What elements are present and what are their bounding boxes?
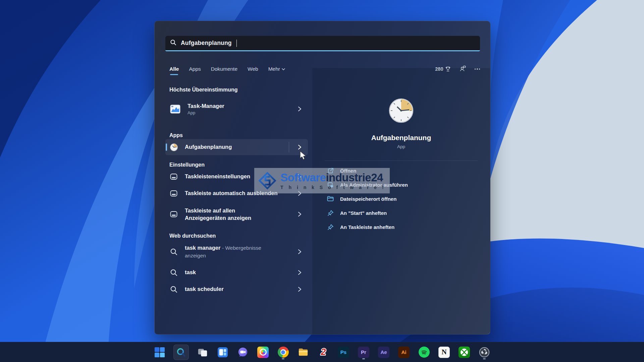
result-taskleisteneinstellungen[interactable]: Taskleisteneinstellungen xyxy=(165,169,308,185)
chevron-right-icon[interactable] xyxy=(294,144,305,150)
folder-icon xyxy=(327,195,334,202)
result-title: Aufgabenplanung xyxy=(185,143,288,150)
app-2-icon: 2 xyxy=(321,347,326,357)
section-heading-web: Web durchsuchen xyxy=(165,233,308,239)
open-icon xyxy=(327,167,334,174)
after-effects-button[interactable]: Ae xyxy=(377,345,390,360)
result-taskleiste-anzeigegeraete[interactable]: Taskleiste auf allen Anzeigegeräten anze… xyxy=(165,202,308,226)
chevron-right-icon[interactable] xyxy=(294,191,305,196)
action-open[interactable]: Öffnen xyxy=(327,164,490,178)
task-scheduler-clock-icon-large xyxy=(388,98,414,125)
result-title: Taskleisteneinstellungen xyxy=(185,173,288,180)
preview-app-type: App xyxy=(397,144,405,149)
result-taskleiste-ausblenden[interactable]: Taskleiste automatisch ausblenden xyxy=(165,185,308,201)
result-aufgabenplanung[interactable]: Aufgabenplanung xyxy=(165,139,308,155)
action-label: An "Start" anheften xyxy=(340,210,387,216)
section-heading-settings: Einstellungen xyxy=(165,162,308,168)
taskbar-settings-icon xyxy=(169,172,178,181)
chevron-right-icon[interactable] xyxy=(294,270,305,275)
chevron-right-icon[interactable] xyxy=(294,174,305,179)
results-list: Höchste Übereinstimmung Task-Manager App… xyxy=(165,81,308,297)
result-title: task scheduler xyxy=(185,286,288,293)
action-pin-to-taskbar[interactable]: An Taskleiste anheften xyxy=(327,220,490,234)
spotify-icon xyxy=(419,347,430,358)
result-title: Taskleiste automatisch ausblenden xyxy=(185,190,288,197)
file-explorer-icon xyxy=(298,347,309,358)
row-divider xyxy=(289,142,289,153)
start-button[interactable] xyxy=(153,345,166,360)
premiere-pro-icon: Pr xyxy=(358,347,369,358)
app-2-button[interactable]: 2 xyxy=(317,345,330,360)
taskbar: 2 Ps Pr Ae Ai N xyxy=(0,342,644,362)
preview-app-title: Aufgabenplanung xyxy=(371,134,431,142)
search-input[interactable]: Aufgabenplanung xyxy=(165,36,480,51)
search-icon xyxy=(170,39,176,47)
photoshop-button[interactable]: Ps xyxy=(337,345,350,360)
action-label: An Taskleiste anheften xyxy=(340,224,394,230)
running-indicator xyxy=(282,358,284,359)
task-manager-icon xyxy=(169,103,181,115)
illustrator-button[interactable]: Ai xyxy=(397,345,410,360)
search-icon xyxy=(169,247,178,256)
search-value: Aufgabenplanung xyxy=(181,40,232,47)
action-label: Als Administrator ausführen xyxy=(340,182,408,188)
premiere-pro-button[interactable]: Pr xyxy=(357,345,370,360)
chevron-right-icon[interactable] xyxy=(294,287,305,292)
result-title: task manager - Webergebnisse anzeigen xyxy=(185,244,275,259)
tab-dokumente[interactable]: Dokumente xyxy=(211,66,237,72)
result-title: Task-Manager xyxy=(187,103,288,110)
action-open-file-location[interactable]: Dateispeicherort öffnen xyxy=(327,192,490,206)
action-run-as-admin[interactable]: Als Administrator ausführen xyxy=(327,178,490,192)
section-heading-best-match: Höchste Übereinstimmung xyxy=(165,87,308,93)
action-pin-to-start[interactable]: An "Start" anheften xyxy=(327,206,490,220)
search-flyout-panel: Aufgabenplanung Alle Apps Dokumente Web … xyxy=(154,21,490,335)
taskbar-settings-icon xyxy=(169,210,178,219)
tab-alle[interactable]: Alle xyxy=(169,66,179,72)
xbox-button[interactable] xyxy=(458,345,471,360)
result-title: Taskleiste auf allen Anzeigegeräten anze… xyxy=(185,207,275,222)
after-effects-icon: Ae xyxy=(378,347,389,358)
running-indicator xyxy=(483,358,486,359)
result-web-task[interactable]: task xyxy=(165,264,308,281)
tab-mehr[interactable]: Mehr xyxy=(268,66,285,72)
search-icon xyxy=(176,347,186,357)
task-view-button[interactable] xyxy=(196,345,209,360)
tab-apps[interactable]: Apps xyxy=(189,66,201,72)
notion-button[interactable]: N xyxy=(438,345,450,360)
task-view-icon xyxy=(197,347,208,358)
search-icon xyxy=(169,268,178,277)
video-chat-icon xyxy=(237,347,248,358)
chevron-right-icon[interactable] xyxy=(294,249,305,254)
chevron-down-icon xyxy=(282,68,285,70)
result-task-manager[interactable]: Task-Manager App xyxy=(165,100,308,118)
text-caret xyxy=(236,40,237,47)
chrome-icon xyxy=(278,347,289,358)
file-explorer-button[interactable] xyxy=(297,345,310,360)
spotify-button[interactable] xyxy=(418,345,430,360)
running-indicator xyxy=(362,358,365,359)
chat-button[interactable] xyxy=(236,345,249,360)
chevron-right-icon[interactable] xyxy=(294,106,305,112)
tab-web[interactable]: Web xyxy=(248,66,258,72)
chevron-right-icon[interactable] xyxy=(294,212,305,217)
result-web-task-manager[interactable]: task manager - Webergebnisse anzeigen xyxy=(165,240,308,264)
preview-actions: Öffnen Als Administrator ausführen Datei… xyxy=(312,161,490,234)
pin-icon xyxy=(327,209,334,216)
illustrator-icon: Ai xyxy=(398,347,410,358)
creative-cloud-icon xyxy=(257,347,269,358)
result-subtitle: App xyxy=(187,110,288,115)
pin-icon xyxy=(327,224,334,230)
obs-studio-button[interactable] xyxy=(478,345,491,360)
photoshop-icon: Ps xyxy=(338,347,349,358)
taskbar-settings-icon xyxy=(169,189,178,198)
taskbar-search-button[interactable] xyxy=(173,345,189,360)
chrome-button[interactable] xyxy=(277,345,289,360)
result-title: task xyxy=(185,269,288,276)
widgets-icon xyxy=(217,347,228,358)
action-label: Dateispeicherort öffnen xyxy=(340,196,396,202)
result-web-task-scheduler[interactable]: task scheduler xyxy=(165,281,308,297)
widgets-button[interactable] xyxy=(216,345,229,360)
search-icon xyxy=(169,285,178,294)
adobe-creative-cloud-button[interactable] xyxy=(257,345,269,360)
section-heading-apps: Apps xyxy=(165,132,308,138)
